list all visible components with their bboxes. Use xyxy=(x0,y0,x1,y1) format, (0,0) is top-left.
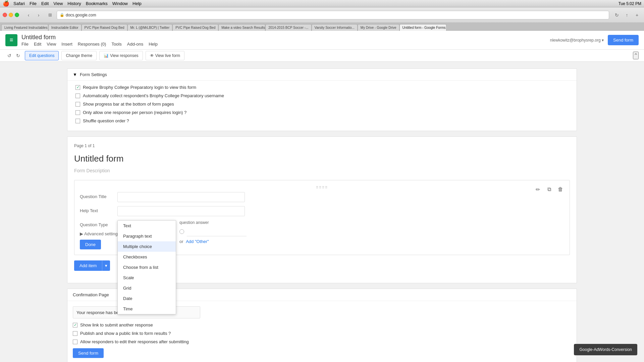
dropdown-item-time[interactable]: Time xyxy=(118,304,176,314)
add-other-link[interactable]: Add "Other" xyxy=(186,239,209,244)
advanced-settings-link[interactable]: ▶ Advanced settings xyxy=(80,231,120,236)
form-settings-header[interactable]: ▼ Form Settings xyxy=(67,69,577,81)
add-item-button[interactable]: Add item xyxy=(74,260,102,271)
tab-video-search[interactable]: Make a video Search Results xyxy=(218,24,265,31)
setting-row-1: Automatically collect respondent's Broph… xyxy=(75,93,569,98)
confirmation-option-2: Allow responders to edit their responses… xyxy=(73,339,571,344)
dropdown-item-grid[interactable]: Grid xyxy=(118,283,176,293)
close-window-btn[interactable] xyxy=(3,13,7,17)
undo-redo-group: ↺ ↻ xyxy=(5,52,22,60)
menu-view[interactable]: View xyxy=(47,42,56,47)
question-card: ⠿⠿⠿⠿ ✏ ⧉ 🗑 Question Title Help Text Ques… xyxy=(74,180,570,255)
menu-tools[interactable]: Tools xyxy=(111,42,121,47)
menu-file[interactable]: File xyxy=(21,42,29,47)
setting-checkbox-0[interactable] xyxy=(75,85,80,90)
page-info: Page 1 of 1 xyxy=(74,143,570,148)
add-bookmark-button[interactable]: + xyxy=(633,11,641,19)
mac-time: Tue 5:02 PM xyxy=(619,1,641,6)
tab-untitled-form[interactable]: Untitled form - Google Forms xyxy=(399,24,446,31)
setting-checkbox-1[interactable] xyxy=(75,94,80,98)
confirmation-checkbox-0[interactable] xyxy=(73,323,77,327)
lock-icon: 🔒 xyxy=(60,13,64,17)
tab-bcp-soccer[interactable]: 2014-2015 BCP Soccer -... xyxy=(265,24,311,31)
dropdown-item-text[interactable]: Text xyxy=(118,221,176,231)
mac-menu-file[interactable]: File xyxy=(30,1,37,6)
confirmation-checkbox-1[interactable] xyxy=(73,331,77,336)
question-title-input[interactable] xyxy=(117,192,245,202)
apple-menu[interactable]: 🍎 xyxy=(3,0,9,7)
share-button[interactable]: ↑ xyxy=(623,11,631,19)
tab-google-drive[interactable]: My Drive - Google Drive xyxy=(358,24,399,31)
done-button[interactable]: Done xyxy=(80,240,101,249)
tab-pvc-pipe-1[interactable]: PVC Pipe Raised Dog Bed xyxy=(82,24,127,31)
collapse-button[interactable]: ⌃ xyxy=(633,52,639,59)
send-form-button-footer[interactable]: Send form xyxy=(73,348,104,358)
user-email[interactable]: nlewkowitz@brophysrep.org ▾ xyxy=(550,38,604,43)
send-form-footer: Send form xyxy=(73,348,571,358)
browser-nav-buttons: ‹ › xyxy=(24,12,43,18)
dropdown-item-date[interactable]: Date xyxy=(118,293,176,304)
form-description[interactable]: Form Description xyxy=(74,168,570,173)
add-item-dropdown-button[interactable]: ▾ xyxy=(102,260,110,271)
dropdown-item-multiple[interactable]: Multiple choice xyxy=(118,241,176,252)
question-help-label: Help Text xyxy=(80,206,113,213)
dropdown-item-paragraph[interactable]: Paragraph text xyxy=(118,231,176,241)
delete-question-button[interactable]: 🗑 xyxy=(555,184,566,194)
reload-button[interactable]: ↻ xyxy=(612,11,621,19)
mac-menu-history[interactable]: History xyxy=(67,1,81,6)
setting-checkbox-3[interactable] xyxy=(75,110,80,115)
dropdown-item-scale[interactable]: Scale xyxy=(118,273,176,283)
address-bar[interactable]: 🔒 docs.google.com xyxy=(57,11,609,19)
tab-pvc-pipe-2[interactable]: PVC Pipe Raised Dog Bed xyxy=(172,24,218,31)
maximize-window-btn[interactable] xyxy=(15,13,19,17)
form-title-header[interactable]: Untitled form xyxy=(21,34,546,41)
confirmation-option-0: Show link to submit another response xyxy=(73,322,571,327)
dropdown-item-checkboxes[interactable]: Checkboxes xyxy=(118,252,176,262)
tab-instructable-editor[interactable]: Instructable Editor xyxy=(48,24,82,31)
edit-questions-button[interactable]: Edit questions xyxy=(25,51,59,60)
tab-overview-button[interactable]: ⊞ xyxy=(45,12,55,18)
redo-button[interactable]: ↻ xyxy=(14,52,22,60)
edit-question-button[interactable]: ✏ xyxy=(533,184,543,194)
menu-responses[interactable]: Responses (0) xyxy=(78,42,106,47)
menu-insert[interactable]: Insert xyxy=(61,42,72,47)
menu-edit[interactable]: Edit xyxy=(34,42,41,47)
main-content: ▼ Form Settings Require Brophy College P… xyxy=(0,62,644,362)
form-page-section: Page 1 of 1 Untitled form Form Descripti… xyxy=(67,136,577,283)
mac-menu-window[interactable]: Window xyxy=(112,1,128,6)
setting-label-1: Automatically collect respondent's Broph… xyxy=(83,93,224,98)
question-help-input[interactable] xyxy=(117,206,245,216)
undo-button[interactable]: ↺ xyxy=(5,52,13,60)
form-title-display[interactable]: Untitled form xyxy=(74,154,570,164)
confirmation-label-2: Allow responders to edit their responses… xyxy=(80,339,189,344)
mac-menu-bookmarks[interactable]: Bookmarks xyxy=(86,1,108,6)
mac-menu-help[interactable]: Help xyxy=(132,1,142,6)
toolbar: ↺ ↻ Edit questions Change theme 📊 View r… xyxy=(0,50,644,62)
change-theme-button[interactable]: Change theme xyxy=(61,51,97,60)
browser-actions: ↻ ↑ + xyxy=(612,11,641,19)
confirmation-checkbox-2[interactable] xyxy=(73,340,77,344)
minimize-window-btn[interactable] xyxy=(9,13,13,17)
duplicate-question-button[interactable]: ⧉ xyxy=(544,184,554,194)
mac-menu-edit[interactable]: Edit xyxy=(41,1,49,6)
tab-varsity[interactable]: Varsity Soccer Informatio... xyxy=(312,24,358,31)
mac-menu-view[interactable]: View xyxy=(53,1,63,6)
confirmation-label-1: Publish and show a public link to form r… xyxy=(80,331,171,336)
app-title-area: Untitled form File Edit View Insert Resp… xyxy=(21,34,546,47)
dropdown-item-choose-list[interactable]: Choose from a list xyxy=(118,262,176,273)
view-responses-button[interactable]: 📊 View responses xyxy=(99,51,143,60)
view-live-button[interactable]: 👁 View live form xyxy=(146,51,184,60)
drag-handle[interactable]: ⠿⠿⠿⠿ xyxy=(80,186,564,189)
tab-twitter[interactable]: Mr. L (@MrLBCP) | Twitter xyxy=(127,24,173,31)
setting-checkbox-4[interactable] xyxy=(75,119,80,123)
send-form-button-header[interactable]: Send form xyxy=(608,35,639,45)
back-button[interactable]: ‹ xyxy=(24,12,33,18)
forward-button[interactable]: › xyxy=(34,12,43,18)
mac-menu-safari[interactable]: Safari xyxy=(13,1,25,6)
mc-option-input-1[interactable] xyxy=(187,227,247,236)
question-type-dropdown[interactable]: Text Paragraph text Multiple choice Chec… xyxy=(117,220,176,314)
tab-living-featured[interactable]: Living Featured Instructables xyxy=(1,24,48,31)
menu-addons[interactable]: Add-ons xyxy=(127,42,143,47)
setting-checkbox-2[interactable] xyxy=(75,102,80,107)
menu-help[interactable]: Help xyxy=(149,42,158,47)
